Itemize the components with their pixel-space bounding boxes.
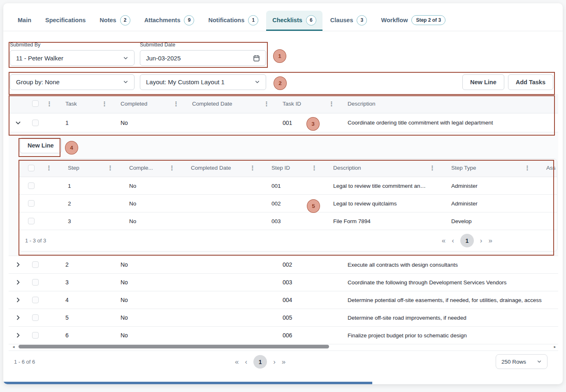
kebab-icon[interactable]: ⋮ [329, 101, 335, 107]
step-row[interactable]: 2 No 002 Legal to review quitclaims Admi… [19, 195, 557, 212]
submitted-date-field: Submitted Date Jun-03-2025 [140, 42, 266, 66]
count-badge: 9 [184, 15, 194, 25]
column-header-description[interactable]: Description [320, 165, 427, 171]
tab-label: Clauses [330, 17, 353, 23]
count-badge: 3 [357, 15, 367, 25]
scrollbar-thumb[interactable] [19, 345, 329, 348]
kebab-icon[interactable]: ⋮ [429, 165, 436, 171]
column-header-completed[interactable]: Completed [110, 101, 170, 107]
previous-page-icon[interactable]: ‹ [452, 237, 454, 244]
next-page-icon[interactable]: › [273, 358, 276, 365]
column-header-description[interactable]: Description [337, 101, 558, 107]
tab-workflow[interactable]: WorkflowStep 2 of 3 [375, 11, 452, 31]
table-row[interactable]: 2 No 002 Execute all contracts with desi… [9, 256, 558, 274]
step-row[interactable]: 1 No 001 Legal to review title commitmen… [19, 177, 557, 195]
column-header-assigned[interactable]: Ass [533, 165, 557, 171]
tab-checklists[interactable]: Checklists6 [266, 11, 322, 31]
column-header-completed-date[interactable]: Completed Date [178, 165, 247, 171]
scroll-left-icon[interactable]: ◄ [12, 345, 15, 349]
column-header-completed-date[interactable]: Completed Date [182, 101, 261, 107]
row-checkbox[interactable] [28, 182, 35, 189]
steps-table-footer: 1 - 3 of 3 « ‹ 1 › » [19, 230, 557, 251]
kebab-icon[interactable]: ⋮ [173, 101, 179, 107]
task-number: 1 [55, 120, 99, 126]
task-number: 5 [55, 314, 99, 321]
tab-notes[interactable]: Notes2 [93, 11, 136, 31]
column-header-step-type[interactable]: Step Type [438, 165, 522, 171]
calendar-icon[interactable] [253, 55, 260, 62]
rows-per-page-select[interactable]: 250 Rows [496, 354, 547, 369]
chevron-down-icon [537, 359, 542, 364]
column-header-task-id[interactable]: Task ID [272, 101, 326, 107]
step-row[interactable]: 3 No 003 File Form 7894 Develop [19, 212, 557, 230]
last-page-icon[interactable]: » [282, 358, 285, 365]
first-page-icon[interactable]: « [235, 358, 239, 365]
row-checkbox[interactable] [32, 297, 39, 303]
kebab-icon[interactable]: ⋮ [264, 101, 270, 107]
tab-specifications[interactable]: Specifications [39, 11, 92, 31]
first-page-icon[interactable]: « [442, 237, 445, 244]
collapse-row-icon[interactable] [15, 120, 21, 126]
add-tasks-button[interactable]: Add Tasks [508, 74, 553, 90]
previous-page-icon[interactable]: ‹ [245, 358, 247, 365]
tasks-pagination: « ‹ 1 › » [235, 355, 285, 369]
steps-select-all-checkbox[interactable] [28, 165, 35, 171]
new-line-button[interactable]: New Line [462, 74, 504, 90]
kebab-icon[interactable]: ⋮ [46, 165, 52, 171]
tab-notifications[interactable]: Notifications1 [202, 11, 264, 31]
horizontal-scrollbar[interactable]: ◄ ► [9, 344, 558, 351]
submitted-by-select[interactable]: 11 - Peter Walker [10, 50, 135, 66]
kebab-icon[interactable]: ⋮ [46, 101, 53, 107]
step-id: 001 [258, 183, 309, 189]
step-completed: No [116, 218, 166, 224]
column-header-task[interactable]: Task [55, 101, 99, 107]
expand-row-icon[interactable] [15, 261, 21, 268]
kebab-icon[interactable]: ⋮ [169, 165, 175, 171]
task-id: 006 [272, 332, 326, 339]
row-checkbox[interactable] [32, 314, 39, 321]
row-checkbox[interactable] [32, 261, 39, 268]
table-row[interactable]: 1 No 001 Coordinate ordering title commi… [9, 113, 558, 132]
step-description: Legal to review quitclaims [320, 201, 427, 207]
row-checkbox[interactable] [32, 279, 39, 286]
column-header-step[interactable]: Step [55, 165, 104, 171]
steps-new-line-button[interactable]: New Line [20, 138, 62, 153]
table-row[interactable]: 3 No 003 Coordinate the following throug… [9, 274, 558, 291]
step-description: File Form 7894 [320, 218, 427, 224]
row-checkbox[interactable] [32, 120, 39, 126]
scroll-right-icon[interactable]: ► [553, 345, 557, 349]
page: Main Specifications Notes2 Attachments9 … [0, 0, 566, 392]
column-header-step-id[interactable]: Step ID [258, 165, 309, 171]
task-description: Finalize project budget prior to schemat… [337, 332, 558, 339]
kebab-icon[interactable]: ⋮ [311, 165, 318, 171]
group-by-select[interactable]: Group by: None [10, 74, 135, 90]
expand-row-icon[interactable] [15, 279, 21, 286]
kebab-icon[interactable]: ⋮ [107, 165, 114, 171]
table-row[interactable]: 4 No 004 Determine potential off-site ea… [9, 291, 558, 309]
table-row[interactable]: 5 No 005 Determine off-site road improve… [9, 309, 558, 327]
column-header-completed[interactable]: Comple... [116, 165, 166, 171]
tab-attachments[interactable]: Attachments9 [138, 11, 201, 31]
last-page-icon[interactable]: » [489, 237, 492, 244]
row-checkbox[interactable] [28, 200, 35, 207]
row-checkbox[interactable] [28, 218, 35, 224]
expand-row-icon[interactable] [15, 314, 21, 321]
next-page-icon[interactable]: › [480, 237, 482, 244]
submitted-date-input[interactable]: Jun-03-2025 [140, 50, 266, 66]
row-checkbox[interactable] [32, 332, 39, 339]
task-completed: No [110, 261, 170, 268]
current-page-button[interactable]: 1 [253, 355, 267, 369]
kebab-icon[interactable]: ⋮ [524, 165, 531, 171]
kebab-icon[interactable]: ⋮ [102, 101, 108, 107]
current-page-button[interactable]: 1 [460, 234, 474, 247]
select-all-checkbox[interactable] [32, 100, 39, 107]
kebab-icon[interactable]: ⋮ [250, 165, 256, 171]
layout-select[interactable]: Layout: My Custom Layout 1 [140, 74, 266, 90]
table-row[interactable]: 6 No 006 Finalize project budget prior t… [9, 327, 558, 344]
tab-main[interactable]: Main [12, 11, 37, 31]
task-number: 3 [55, 279, 99, 286]
expand-row-icon[interactable] [15, 332, 21, 339]
tab-clauses[interactable]: Clauses3 [324, 11, 373, 31]
task-completed: No [110, 297, 170, 303]
expand-row-icon[interactable] [15, 297, 21, 303]
